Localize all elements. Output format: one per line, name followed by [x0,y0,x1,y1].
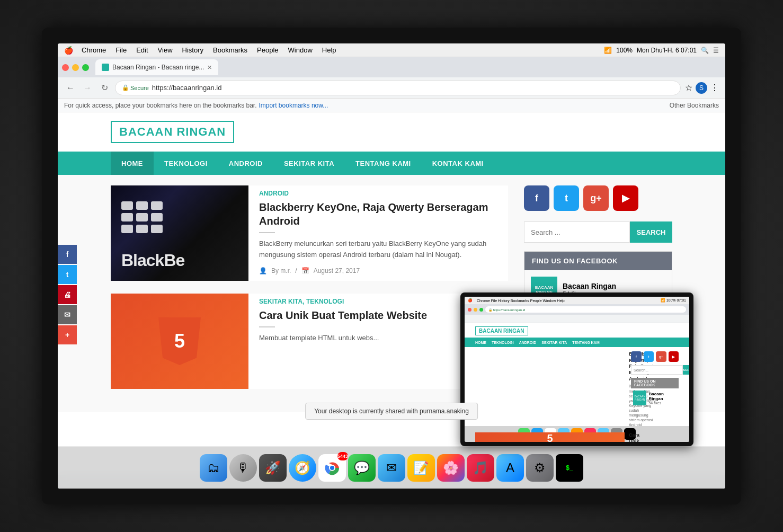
mac-menubar: 🍎 Chrome File Edit View History Bookmark… [58,43,725,57]
sidebar-googleplus-icon[interactable]: g+ [583,185,609,211]
url-display: https://bacaanringan.id [152,84,222,92]
article-category[interactable]: ANDROID [259,190,508,197]
tablet-site: BACAAN RINGAN HOME TEKNOLOGI ANDROID SEK… [465,323,689,426]
wifi-icon: 📶 [604,47,612,54]
article-card-2: 5 SEKITAR KITA, TEKNOLOGI Cara Unik Buat… [111,294,508,389]
nav-tentang-kami[interactable]: TENTANG KAMI [345,152,422,175]
dock-terminal[interactable]: $_ [556,454,583,482]
dock-finder[interactable]: 🗂 [200,454,227,482]
dock-system-prefs[interactable]: ⚙ [526,454,554,482]
tablet-article-1: Blackberry KeyOne, Raja Qwerty Berseraga… [475,351,625,427]
search-input[interactable] [524,221,630,243]
search-icon[interactable]: 🔍 [701,47,709,54]
blackberry-image: BlackBe [111,185,248,281]
menu-file[interactable]: File [115,46,127,54]
menu-chrome[interactable]: Chrome [82,46,106,54]
bookmark-icon[interactable]: ☆ [685,83,692,93]
other-bookmarks[interactable]: Other Bookmarks [670,102,719,109]
minimize-button[interactable] [72,64,79,71]
menu-window[interactable]: Window [288,46,313,54]
fb-widget-header: FIND US ON FACEBOOK [524,252,672,270]
tablet-logo: BACAAN RINGAN [475,326,528,335]
tablet-search-btn[interactable]: SCH [683,365,689,375]
menu-history[interactable]: History [182,46,203,54]
chrome-tab[interactable]: Bacaan Ringan - Bacaan ringe... ✕ [95,59,218,75]
menu-people[interactable]: People [257,46,278,54]
menu-edit[interactable]: Edit [136,46,148,54]
menu-view[interactable]: View [158,46,173,54]
tablet-inner: 🍎 Chrome File History Bookmarks People W… [465,297,689,442]
social-email-button[interactable]: ✉ [58,305,77,324]
html5-image: 5 [111,294,248,389]
nav-android[interactable]: ANDROID [218,152,273,175]
forward-button[interactable]: → [81,82,94,94]
bookmarks-bar: For quick access, place your bookmarks h… [58,99,725,112]
article-thumbnail-blackberry[interactable]: BlackBe [111,185,248,281]
article-author: By m.r. [271,267,291,274]
tab-close-icon[interactable]: ✕ [207,64,212,71]
extensions-icon[interactable]: ⋮ [710,83,719,93]
tablet-close [468,308,471,312]
calendar-icon: 📅 [301,267,309,274]
back-button[interactable]: ← [64,82,77,94]
social-print-button[interactable]: 🖨 [58,285,77,304]
dock-safari[interactable]: 🧭 [289,454,316,482]
bookmarks-hint: For quick access, place your bookmarks h… [64,102,257,109]
dock-music[interactable]: 🎵 [467,454,494,482]
tablet-search-input[interactable] [631,365,683,375]
article-thumbnail-html5[interactable]: 5 [111,294,248,389]
tab-bar: Bacaan Ringan - Bacaan ringe... ✕ [95,57,218,77]
traffic-lights [62,64,89,71]
social-sidebar: f t 🖨 ✉ + [58,245,77,344]
dock-mail[interactable]: ✉ [378,454,405,482]
notification-icon[interactable]: ☰ [713,47,719,54]
tablet-max [479,308,483,312]
author-icon: 👤 [259,267,267,274]
dock-launchpad[interactable]: 🚀 [259,454,287,482]
tablet-thumb-html: 5 [475,432,625,442]
nav-teknologi[interactable]: TEKNOLOGI [154,152,218,175]
sidebar-youtube-icon[interactable]: ▶ [613,185,638,211]
sidebar-twitter-icon[interactable]: t [554,185,579,211]
social-plus-button[interactable]: + [58,325,77,344]
nav-home[interactable]: HOME [111,152,154,175]
nav-sekitar-kita[interactable]: SEKITAR KITA [273,152,345,175]
search-box: SEARCH [524,221,672,243]
sidebar-facebook-icon[interactable]: f [524,185,549,211]
logo-part2: RINGAN [176,125,226,138]
reload-button[interactable]: ↻ [98,82,111,94]
menu-help[interactable]: Help [322,46,336,54]
article-info: ANDROID Blackberry KeyOne, Raja Qwerty B… [259,185,508,281]
mac-status-bar: 📶 100% Mon Dhu'l-H. 6 07:01 🔍 ☰ [604,47,719,54]
nav-items: HOME TEKNOLOGI ANDROID SEKITAR KITA TENT… [111,152,494,175]
apple-logo-icon[interactable]: 🍎 [64,46,73,55]
bb-keyboard-dots [121,201,163,233]
article-excerpt: BlackBerry meluncurkan seri terbaru yait… [259,238,508,261]
dock-messages[interactable]: 💬 [348,454,376,482]
menu-bookmarks[interactable]: Bookmarks [213,46,247,54]
import-bookmarks-link[interactable]: Import bookmarks now... [259,102,328,109]
tablet-min [474,308,477,312]
close-button[interactable] [62,64,69,71]
social-twitter-button[interactable]: t [58,265,77,284]
dock-chrome-container: 5443 [318,454,346,482]
dock-appstore[interactable]: A [496,454,524,482]
maximize-button[interactable] [82,64,89,71]
tablet-fb-header: FIND US ON FACEBOOK [631,378,679,388]
profile-icon[interactable]: S [696,82,707,94]
address-bar[interactable]: 🔒 Secure https://bacaanringan.id [115,81,681,95]
site-logo[interactable]: BACAAN RINGAN [111,121,234,143]
article-title[interactable]: Blackberry KeyOne, Raja Qwerty Berseraga… [259,200,508,228]
nav-kontak-kami[interactable]: KONTAK KAMI [422,152,494,175]
search-button[interactable]: SEARCH [630,221,672,243]
dock-siri[interactable]: 🎙 [229,454,257,482]
tablet-sidebar: f t g+ ▶ SCH FIND US ON FACEBOOK [631,351,679,442]
social-facebook-button[interactable]: f [58,245,77,264]
tablet-nav-home: HOME [475,341,486,344]
notification-text: Your desktop is currently shared with pu… [314,407,469,415]
tab-label: Bacaan Ringan - Bacaan ringe... [112,64,204,71]
tablet-chrome-bar: 🔒 https://bacaanringan.id [465,304,689,315]
dock-photos[interactable]: 🌸 [437,454,465,482]
chrome-badge: 5443 [337,452,348,460]
dock-notes[interactable]: 📝 [407,454,435,482]
